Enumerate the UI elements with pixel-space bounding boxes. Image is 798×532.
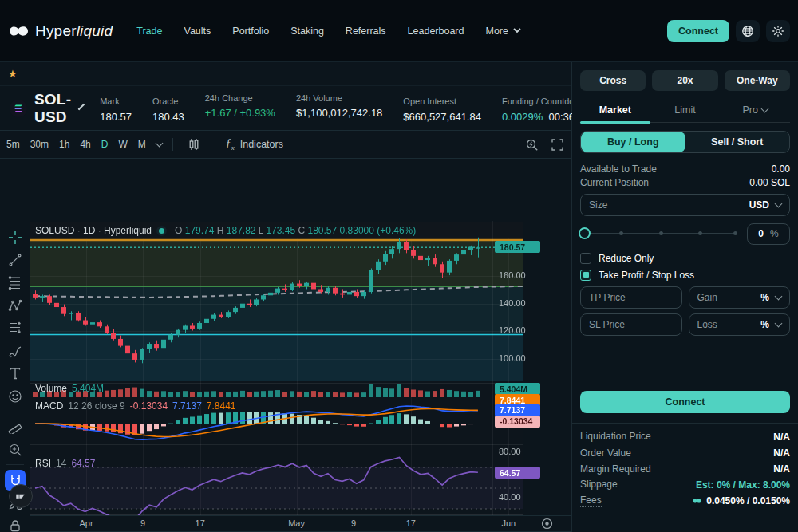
margin-required-row: Margin Required N/A <box>580 461 790 477</box>
loss-input[interactable]: Loss % <box>689 313 791 336</box>
account-mode-row: Cross 20x One-Way <box>580 70 790 91</box>
time-tick-label: 17 <box>406 518 416 528</box>
size-unit[interactable]: USD <box>749 199 769 211</box>
chevron-down-icon <box>775 320 783 328</box>
stat-24h-volume: 24h Volume $1,100,012,742.18 <box>296 93 382 123</box>
interval-30m[interactable]: 30m <box>30 139 49 150</box>
order-info-rows: Liquidation Price N/A Order Value N/A Ma… <box>580 429 790 509</box>
data-source-dot-icon[interactable] <box>156 226 167 236</box>
fib-retracement-tool-icon[interactable] <box>5 273 26 293</box>
nav-item-portfolio[interactable]: Portfolio <box>232 26 269 37</box>
gear-icon <box>772 25 784 37</box>
sell-short-button[interactable]: Sell / Short <box>685 132 790 152</box>
tradingview-logo[interactable] <box>9 484 33 508</box>
language-button[interactable] <box>736 20 760 42</box>
leverage-button[interactable]: 20x <box>652 70 717 91</box>
tab-pro[interactable]: Pro <box>720 100 790 122</box>
stat-oracle: Oracle 180.43 <box>152 93 184 123</box>
macd-line-badge: 7.7137 <box>495 404 540 416</box>
crosshair-tool-icon[interactable] <box>5 227 26 247</box>
stat-24h-change: 24h Change +1.67 / +0.93% <box>205 93 275 123</box>
macd-legend: MACD 12 26 close 9 -0.13034 7.7137 7.844… <box>35 400 236 412</box>
brand-wordmark: Hyperliquid <box>35 22 113 40</box>
price-tick-label: 100.00 <box>499 353 526 363</box>
price-tick-label: 120.00 <box>499 325 526 335</box>
slider-handle[interactable] <box>579 227 591 239</box>
fees-row: Fees 0.0450% / 0.0150% <box>580 493 790 509</box>
price-chart-canvas[interactable] <box>30 222 523 515</box>
nav-item-staking[interactable]: Staking <box>290 26 324 37</box>
pattern-xabcd-tool-icon[interactable] <box>5 295 26 315</box>
zoom-in-tool-icon[interactable] <box>5 439 26 459</box>
settings-button[interactable] <box>766 20 790 42</box>
go-to-realtime-icon[interactable] <box>541 518 553 530</box>
nav-item-trade[interactable]: Trade <box>136 26 162 37</box>
order-panel: Cross 20x One-Way Market Limit Pro Buy /… <box>572 62 798 532</box>
current-position-row: Current Position 0.00 SOL <box>580 175 790 189</box>
connect-button[interactable]: Connect <box>667 20 729 42</box>
fx-icon: ƒx <box>226 137 235 152</box>
last-price-badge: 180.57 <box>495 241 540 253</box>
gain-input[interactable]: Gain % <box>689 286 791 309</box>
emoji-tool-icon[interactable] <box>5 386 26 406</box>
nav-item-referrals[interactable]: Referrals <box>346 26 386 37</box>
nav-item-vaults[interactable]: Vaults <box>184 26 211 37</box>
size-input[interactable]: Size USD <box>580 194 790 216</box>
top-nav: Hyperliquid Trade Vaults Portfolio Staki… <box>0 0 798 62</box>
sl-price-input[interactable]: SL Price <box>580 313 682 336</box>
favorites-bar: ★ <box>0 62 571 86</box>
time-tick-label: May <box>288 518 305 528</box>
buy-long-button[interactable]: Buy / Long <box>581 132 685 152</box>
rsi-value-badge: 64.57 <box>495 467 540 479</box>
time-axis[interactable]: Apr917May917Jun <box>30 515 572 531</box>
brand-logo[interactable]: Hyperliquid <box>8 22 113 40</box>
size-slider-row: 0 % <box>580 223 790 244</box>
interval-1d[interactable]: D <box>101 139 109 150</box>
rsi-axis-40: 40.00 <box>499 492 521 502</box>
time-tick-label: 17 <box>196 518 205 528</box>
interval-1h[interactable]: 1h <box>59 139 69 150</box>
tab-market[interactable]: Market <box>580 100 650 122</box>
measure-tool-icon[interactable] <box>5 416 26 436</box>
fullscreen-icon[interactable] <box>551 139 563 151</box>
margin-mode-button[interactable]: Cross <box>580 70 646 91</box>
stat-open-interest: Open Interest $660,527,641.84 <box>403 93 481 123</box>
chevron-down-icon <box>760 105 768 113</box>
size-slider[interactable] <box>580 233 737 234</box>
quick-search-icon[interactable] <box>525 138 539 152</box>
side-toggle: Buy / Long Sell / Short <box>580 131 790 153</box>
nav-item-more[interactable]: More <box>485 26 520 37</box>
reduce-only-checkbox[interactable] <box>580 253 591 264</box>
text-tool-icon[interactable] <box>5 364 26 384</box>
interval-menu-chevron-icon[interactable] <box>155 140 163 148</box>
interval-1mo[interactable]: M <box>138 139 146 150</box>
symbol-selector-chevron-icon[interactable] <box>78 103 85 109</box>
chevron-down-icon <box>513 28 521 33</box>
hyperliquid-app: Hyperliquid Trade Vaults Portfolio Staki… <box>0 0 798 532</box>
interval-1w[interactable]: W <box>118 139 127 150</box>
hyperliquid-mark-icon <box>692 497 702 505</box>
symbol-name: SOL-USD <box>34 91 71 126</box>
interval-4h[interactable]: 4h <box>80 139 90 150</box>
panel-connect-button[interactable]: Connect <box>580 391 790 413</box>
trendline-tool-icon[interactable] <box>5 250 26 270</box>
tab-limit[interactable]: Limit <box>650 100 721 122</box>
nav-item-leaderboard[interactable]: Leaderboard <box>408 26 464 37</box>
favorite-star-icon[interactable]: ★ <box>8 68 18 80</box>
ticker-bar: SOL-USD Mark 180.57 Oracle 180.43 24h Ch… <box>0 86 571 131</box>
brush-tool-icon[interactable] <box>5 341 26 361</box>
chart-style-candles-icon[interactable] <box>184 134 204 155</box>
main-nav: Trade Vaults Portfolio Staking Referrals… <box>136 26 521 37</box>
long-short-position-tool-icon[interactable] <box>5 318 26 338</box>
slippage-row: Slippage Est: 0% / Max: 8.00% <box>580 477 790 493</box>
ticker-stats: Mark 180.57 Oracle 180.43 24h Change +1.… <box>100 93 589 123</box>
tpsl-checkbox[interactable] <box>580 270 591 281</box>
indicators-button[interactable]: ƒx Indicators <box>226 137 283 152</box>
chart-toolbar: 5m 30m 1h 4h D W M ƒx Indicators <box>0 131 571 159</box>
slider-percent-box[interactable]: 0 % <box>747 223 790 245</box>
lock-drawings-icon[interactable] <box>5 515 26 532</box>
tp-price-input[interactable]: TP Price <box>580 286 682 309</box>
position-mode-button[interactable]: One-Way <box>725 70 790 91</box>
price-axis[interactable]: 180.57 160.00140.00120.00100.00 5.404M 7… <box>492 221 542 515</box>
interval-5m[interactable]: 5m <box>6 139 20 150</box>
